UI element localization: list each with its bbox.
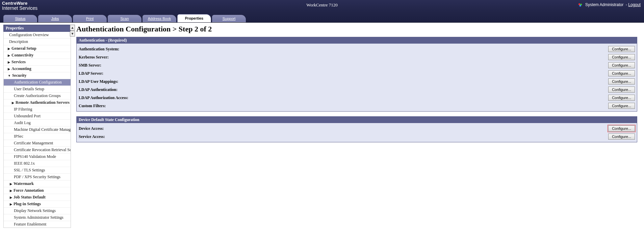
configure-button[interactable]: Configure...: [608, 62, 635, 68]
configure-button[interactable]: Configure...: [608, 78, 635, 85]
auth-row-label: Authentication System:: [79, 47, 160, 52]
device-state-panel-title: Device Default State Configuration: [77, 117, 637, 123]
tab-properties[interactable]: Properties: [177, 14, 211, 22]
main-content: ▲ Authentication Configuration > Step 2 …: [74, 23, 644, 228]
tab-scan[interactable]: Scan: [108, 15, 141, 22]
sidebar-item-label: Create Authorization Groups: [14, 93, 61, 98]
user-icon: [578, 3, 583, 7]
sidebar-item-plug-in-settings[interactable]: ▶Plug-in Settings: [4, 200, 71, 207]
auth-row: LDAP Server:Configure...: [79, 69, 635, 77]
configure-button[interactable]: Configure...: [608, 95, 635, 101]
sidebar-item-label: Configuration Overview: [9, 32, 49, 37]
sidebar-item-label: Certificate Revocation Retrieval Setting…: [14, 147, 71, 152]
brand-bottom: Internet Services: [2, 5, 37, 11]
sidebar-item-description[interactable]: Description: [4, 38, 71, 45]
sidebar-item-label: IP Filtering: [14, 107, 32, 112]
sidebar-item-audit-log[interactable]: Audit Log: [4, 119, 71, 126]
sidebar-item-services[interactable]: ▶Services: [4, 58, 71, 65]
auth-row: SMB Server:Configure...: [79, 61, 635, 69]
svg-point-0: [578, 3, 580, 5]
tree-toggle-icon: ▶: [10, 196, 12, 199]
auth-row: LDAP Authorization Access:Configure...: [79, 94, 635, 102]
sidebar-item-force-annotation[interactable]: ▶Force Annotation: [4, 187, 71, 194]
sidebar: ▲ ▼ Properties Configuration OverviewDes…: [3, 25, 71, 228]
sidebar-item-security[interactable]: ▼Security: [4, 72, 71, 79]
sidebar-item-machine-digital-certificate-management[interactable]: Machine Digital Certificate Management: [4, 126, 71, 133]
sidebar-item-label: Security: [12, 73, 27, 78]
device-row: Device Access:Configure...: [79, 124, 635, 133]
sidebar-item-label: Services: [11, 60, 26, 64]
configure-button[interactable]: Configure...: [608, 54, 635, 60]
tree-toggle-icon: ▶: [12, 101, 14, 104]
sidebar-item-ssl-tls-settings[interactable]: SSL / TLS Settings: [4, 167, 71, 173]
sidebar-item-certificate-revocation-retrieval-settings[interactable]: Certificate Revocation Retrieval Setting…: [4, 146, 71, 153]
sidebar-item-connectivity[interactable]: ▶Connectivity: [4, 52, 71, 58]
device-state-panel-body: Device Access:Configure...Service Access…: [77, 123, 637, 142]
tab-status[interactable]: Status: [3, 15, 37, 22]
svg-point-2: [579, 5, 581, 6]
configure-button[interactable]: Configure...: [608, 87, 635, 93]
sidebar-item-ip-filtering[interactable]: IP Filtering: [4, 106, 71, 113]
sidebar-item-label: Force Annotation: [14, 188, 44, 193]
auth-row-label: LDAP User Mappings:: [79, 79, 160, 84]
sidebar-item-general-setup[interactable]: ▶General Setup: [4, 45, 71, 52]
auth-row: Kerberos Server:Configure...: [79, 53, 635, 61]
auth-row: LDAP Authentication:Configure...: [79, 86, 635, 94]
tree-toggle-icon: ▶: [8, 61, 10, 64]
sidebar-item-ipsec[interactable]: IPSec: [4, 133, 71, 140]
sidebar-item-label: Remote Authentication Servers: [16, 100, 70, 105]
sidebar-item-label: Audit Log: [14, 120, 31, 125]
tab-jobs[interactable]: Jobs: [38, 15, 72, 22]
tab-print[interactable]: Print: [73, 15, 107, 22]
sidebar-item-create-authorization-groups[interactable]: Create Authorization Groups: [4, 92, 71, 99]
sidebar-item-label: PDF / XPS Security Settings: [14, 174, 60, 179]
sidebar-item-accounting[interactable]: ▶Accounting: [4, 65, 71, 72]
logout-link[interactable]: Logout: [628, 2, 641, 7]
configure-button[interactable]: Configure...: [608, 103, 635, 109]
device-model: WorkCentre 7120: [306, 2, 337, 8]
sidebar-item-configuration-overview[interactable]: Configuration Overview: [4, 32, 71, 38]
page-title: Authentication Configuration > Step 2 of…: [76, 25, 637, 33]
sidebar-item-display-network-settings[interactable]: Display Network Settings: [4, 207, 71, 214]
sidebar-item-authentication-configuration[interactable]: Authentication Configuration: [4, 79, 71, 86]
tab-address-book[interactable]: Address Book: [143, 15, 176, 22]
sidebar-item-label: System Administrator Settings: [14, 215, 63, 220]
tree-toggle-icon: ▶: [8, 54, 10, 57]
sidebar-item-label: Feature Enablement: [14, 222, 46, 227]
sidebar-item-watermark[interactable]: ▶Watermark: [4, 180, 71, 187]
tab-support[interactable]: Support: [212, 15, 246, 22]
sidebar-item-feature-enablement[interactable]: Feature Enablement: [4, 221, 71, 228]
sidebar-item-label: IPSec: [14, 134, 23, 139]
sidebar-item-ieee-802-1x[interactable]: IEEE 802.1x: [4, 160, 71, 167]
sidebar-item-label: SSL / TLS Settings: [14, 168, 45, 172]
auth-row-label: SMB Server:: [79, 63, 160, 68]
configure-button[interactable]: Configure...: [608, 46, 635, 52]
sidebar-item-job-status-default[interactable]: ▶Job Status Default: [4, 194, 71, 200]
configure-button[interactable]: Configure...: [608, 134, 635, 140]
sidebar-list: Configuration OverviewDescription▶Genera…: [3, 32, 71, 228]
auth-row-label: LDAP Server:: [79, 71, 160, 76]
sidebar-item-label: Watermark: [14, 181, 34, 186]
sidebar-item-fips140-validation-mode[interactable]: FIPS140 Validation Mode: [4, 153, 71, 160]
sidebar-item-system-administrator-settings[interactable]: System Administrator Settings: [4, 214, 71, 221]
tree-toggle-icon: ▶: [10, 182, 12, 186]
sidebar-title: Properties: [3, 25, 71, 32]
auth-row: LDAP User Mappings:Configure...: [79, 77, 635, 86]
sidebar-item-label: Certificate Management: [14, 141, 53, 145]
configure-button[interactable]: Configure...: [608, 70, 635, 76]
sidebar-item-label: Machine Digital Certificate Management: [14, 127, 71, 132]
configure-button[interactable]: Configure...: [608, 125, 635, 132]
auth-row-label: Custom Filters:: [79, 103, 160, 109]
auth-panel-body: Authentication System:Configure...Kerber…: [77, 44, 637, 111]
device-row-label: Device Access:: [79, 126, 160, 131]
sidebar-item-pdf-xps-security-settings[interactable]: PDF / XPS Security Settings: [4, 173, 71, 180]
sidebar-item-user-details-setup[interactable]: User Details Setup: [4, 86, 71, 92]
auth-row: Custom Filters:Configure...: [79, 102, 635, 110]
sidebar-item-certificate-management[interactable]: Certificate Management: [4, 140, 71, 146]
auth-row: Authentication System:Configure...: [79, 45, 635, 53]
tree-toggle-icon: ▶: [10, 189, 12, 192]
tree-toggle-icon: ▶: [8, 67, 10, 71]
sidebar-item-unbounded-port[interactable]: Unbounded Port: [4, 113, 71, 119]
auth-row-label: LDAP Authorization Access:: [79, 95, 160, 100]
sidebar-item-remote-authentication-servers[interactable]: ▶Remote Authentication Servers: [4, 99, 71, 106]
